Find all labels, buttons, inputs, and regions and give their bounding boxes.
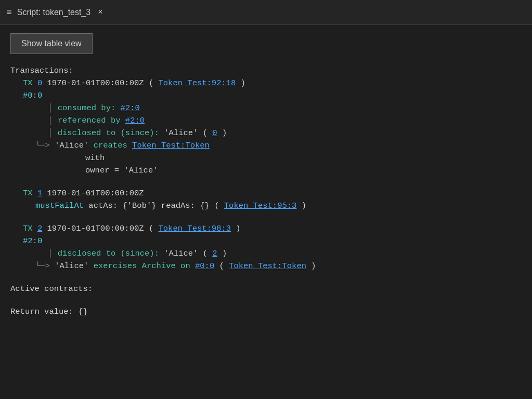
active-contracts: Active contracts: (10, 283, 522, 295)
tx2-disclosed: │ disclosed to (since): 'Alice' ( 2 ) (48, 247, 522, 260)
tx0-referenced-by: │ referenced by #2:0 (48, 114, 522, 127)
tx0-consumed-link[interactable]: #2:0 (121, 103, 140, 113)
tx2-action: └─> 'Alice' exercises Archive on #0:0 ( … (35, 260, 522, 272)
close-icon[interactable]: × (98, 8, 103, 17)
tx0-referenced-link[interactable]: #2:0 (125, 116, 145, 125)
title-text: Script: token_test_3 (17, 8, 90, 17)
tx0-contract-id: #0:0 (23, 89, 522, 102)
tx2-index-link[interactable]: 2 (37, 224, 42, 233)
output-area: Transactions: TX 0 1970-01-01T00:00:00Z … (10, 64, 522, 318)
tx0-header: TX 0 1970-01-01T00:00:00Z ( Token_Test:9… (23, 77, 522, 89)
tx0-disclosed: │ disclosed to (since): 'Alice' ( 0 ) (48, 127, 522, 139)
tx0-disclosed-link[interactable]: 0 (212, 128, 217, 138)
tx2-disclosed-link[interactable]: 2 (212, 249, 217, 258)
tx0-action: └─> 'Alice' creates Token_Test:Token (35, 139, 522, 152)
titlebar: ≡ Script: token_test_3 × (0, 0, 532, 25)
tx2-block: TX 2 1970-01-01T00:00:00Z ( Token_Test:9… (23, 222, 522, 272)
tx1-mustfail: mustFailAt actAs: {'Bob'} readAs: {} ( T… (35, 200, 522, 212)
content-area: Show table view Transactions: TX 0 1970-… (0, 25, 532, 326)
tx0-creates-link[interactable]: Token_Test:Token (132, 141, 210, 150)
tx0-index-link[interactable]: 0 (37, 78, 42, 88)
show-table-button[interactable]: Show table view (10, 33, 93, 54)
tx2-contract-id: #2:0 (23, 235, 522, 247)
tx2-header: TX 2 1970-01-01T00:00:00Z ( Token_Test:9… (23, 222, 522, 235)
tx1-source-link[interactable]: Token_Test:95:3 (224, 201, 297, 210)
tx0-source-link[interactable]: Token_Test:92:18 (159, 78, 236, 88)
menu-icon[interactable]: ≡ (6, 7, 12, 18)
tx1-block: TX 1 1970-01-01T00:00:00Z mustFailAt act… (23, 187, 522, 212)
return-value: Return value: {} (10, 305, 522, 318)
tx0-with: with (85, 152, 522, 164)
tx1-header: TX 1 1970-01-01T00:00:00Z (23, 187, 522, 200)
transactions-label: Transactions: (10, 64, 522, 77)
tx2-exercises-source-link[interactable]: Token_Test:Token (229, 261, 306, 271)
tx0-consumed-by: │ consumed by: #2:0 (48, 102, 522, 114)
tx0-field: owner = 'Alice' (85, 164, 522, 177)
tx0-block: TX 0 1970-01-01T00:00:00Z ( Token_Test:9… (23, 77, 522, 177)
tx2-source-link[interactable]: Token_Test:98:3 (159, 224, 231, 233)
tx1-index-link[interactable]: 1 (37, 189, 42, 198)
tx2-exercises-contract-link[interactable]: #0:0 (195, 261, 214, 271)
